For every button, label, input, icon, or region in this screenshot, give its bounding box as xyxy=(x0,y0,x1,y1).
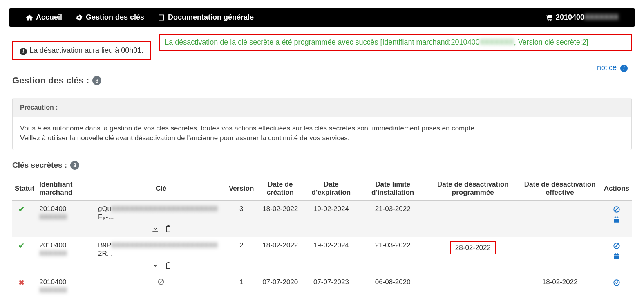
nav-keys-label: Gestion des clés xyxy=(86,13,144,22)
subtitle: Clés secrètes : 3 xyxy=(0,158,644,172)
merchant-cell: 2010400XXXXXX xyxy=(37,200,96,237)
count-badge: 3 xyxy=(70,161,79,170)
nav-keys[interactable]: Gestion des clés xyxy=(75,13,144,22)
keys-table: Statut Identifiant marchand Clé Version … xyxy=(12,177,632,299)
precaution-panel: Précaution : Vous êtes autonome dans la … xyxy=(12,98,632,150)
panel-line2: Veillez à utiliser la nouvelle clé avant… xyxy=(20,133,624,143)
deact-eff-cell: 18-02-2022 xyxy=(519,274,602,299)
col-install-limit: Date limite d'installation xyxy=(358,177,427,200)
status-cell: ✖ xyxy=(12,274,37,299)
actions-cell xyxy=(602,237,632,274)
nav-docs[interactable]: Documentation générale xyxy=(157,13,254,22)
install_limit-cell: 21-03-2022 xyxy=(358,237,427,274)
col-merchant: Identifiant marchand xyxy=(37,177,96,200)
panel-line1: Vous êtes autonome dans la gestion de vo… xyxy=(20,124,624,133)
deactivate-button[interactable] xyxy=(604,242,629,252)
book-icon xyxy=(157,13,165,22)
key-text: gQuXXXXXXXXXXXXXXXXXXXXXXXFy-... xyxy=(98,205,224,221)
col-expires: Date d'expiration xyxy=(304,177,358,200)
svg-line-15 xyxy=(159,280,163,283)
svg-line-1 xyxy=(615,207,618,211)
key-cell xyxy=(96,274,226,299)
divider xyxy=(12,90,632,90)
status-cell: ✔ xyxy=(12,200,37,237)
home-icon xyxy=(25,13,34,22)
status-cell: ✔ xyxy=(12,237,37,274)
notice-link[interactable]: notice xyxy=(597,63,617,72)
install_limit-cell: 06-08-2020 xyxy=(358,274,427,299)
col-deact-sched: Date de désactivation programmée xyxy=(427,177,519,200)
check-icon: ✔ xyxy=(18,205,25,214)
navbar: Accueil Gestion des clés Documentation g… xyxy=(9,8,635,27)
forbid-icon xyxy=(157,279,165,287)
version-cell: 2 xyxy=(226,237,256,274)
download-icon[interactable] xyxy=(151,225,159,233)
created-cell: 18-02-2022 xyxy=(256,237,304,274)
success-alert-text: La désactivation de la clé secrète a été… xyxy=(165,38,588,46)
svg-line-8 xyxy=(615,244,618,248)
col-actions: Actions xyxy=(602,177,632,200)
expires-cell: 07-07-2023 xyxy=(304,274,358,299)
version-cell: 1 xyxy=(226,274,256,299)
col-version: Version xyxy=(226,177,256,200)
done-button[interactable] xyxy=(604,279,629,288)
key-cell: B9PXXXXXXXXXXXXXXXXXXXXXXX2R... xyxy=(96,237,226,274)
deactivate-button[interactable] xyxy=(604,206,629,215)
deact-eff-cell xyxy=(519,200,602,237)
clipboard-icon[interactable] xyxy=(164,261,172,270)
nav-docs-label: Documentation générale xyxy=(168,13,254,22)
svg-rect-13 xyxy=(617,253,618,255)
download-icon[interactable] xyxy=(151,261,159,270)
table-header: Statut Identifiant marchand Clé Version … xyxy=(12,177,632,200)
expires-cell: 19-02-2024 xyxy=(304,200,358,237)
cart-icon xyxy=(545,13,553,22)
col-status: Statut xyxy=(12,177,37,200)
nav-home-label: Accueil xyxy=(36,13,62,22)
key-text: B9PXXXXXXXXXXXXXXXXXXXXXXX2R... xyxy=(98,241,224,258)
version-cell: 3 xyxy=(226,200,256,237)
col-key: Clé xyxy=(96,177,226,200)
actions-cell xyxy=(602,200,632,237)
notice-row: notice i xyxy=(0,60,644,72)
merchant-cell: 2010400XXXXXX xyxy=(37,274,96,299)
svg-rect-5 xyxy=(615,216,616,218)
panel-header: Précaution : xyxy=(13,98,631,117)
svg-rect-6 xyxy=(617,216,618,218)
col-deact-eff: Date de désactivation effective xyxy=(519,177,602,200)
merchant-cell: 2010400XXXXXX xyxy=(37,237,96,274)
install_limit-cell: 21-03-2022 xyxy=(358,200,427,237)
created-cell: 07-07-2020 xyxy=(256,274,304,299)
key-cell: gQuXXXXXXXXXXXXXXXXXXXXXXXFy-... xyxy=(96,200,226,237)
info-alert: iLa désactivation aura lieu à 00h01. xyxy=(12,41,151,60)
table-row: ✖2010400XXXXXX107-07-202007-07-202306-08… xyxy=(12,274,632,299)
count-badge: 3 xyxy=(92,76,101,85)
check-icon: ✔ xyxy=(18,242,25,250)
created-cell: 18-02-2022 xyxy=(256,200,304,237)
deact-sched-cell xyxy=(427,274,519,299)
info-icon: i xyxy=(20,48,27,55)
schedule-button[interactable] xyxy=(604,252,629,262)
info-alert-text: La désactivation aura lieu à 00h01. xyxy=(29,46,143,54)
svg-rect-12 xyxy=(615,253,616,255)
table-row: ✔2010400XXXXXXgQuXXXXXXXXXXXXXXXXXXXXXXX… xyxy=(12,200,632,237)
deact-sched-cell: 28-02-2022 xyxy=(427,237,519,274)
section-title: Gestion des clés : 3 xyxy=(0,72,644,89)
clipboard-icon[interactable] xyxy=(164,225,172,233)
cross-icon: ✖ xyxy=(18,279,25,287)
deact-sched-cell xyxy=(427,200,519,237)
info-icon: i xyxy=(620,65,628,72)
table-row: ✔2010400XXXXXXB9PXXXXXXXXXXXXXXXXXXXXXXX… xyxy=(12,237,632,274)
nav-home[interactable]: Accueil xyxy=(25,13,62,22)
deact-eff-cell xyxy=(519,237,602,274)
nav-merchant[interactable]: 2010400XXXXXXX xyxy=(545,13,619,22)
schedule-button[interactable] xyxy=(604,216,629,225)
actions-cell xyxy=(602,274,632,299)
nav-merchant-id: 2010400XXXXXXX xyxy=(556,13,619,22)
gear-icon xyxy=(75,13,83,22)
success-alert: La désactivation de la clé secrète a été… xyxy=(159,34,632,51)
col-created: Date de création xyxy=(256,177,304,200)
expires-cell: 19-02-2024 xyxy=(304,237,358,274)
